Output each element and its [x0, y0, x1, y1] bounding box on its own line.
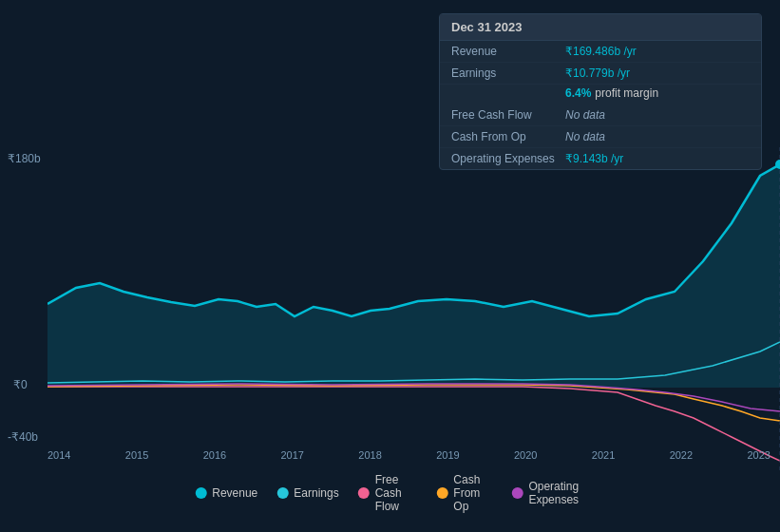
- revenue-legend-label: Revenue: [212, 486, 257, 500]
- revenue-legend-dot: [195, 487, 206, 499]
- legend-cfo[interactable]: Cash From Op: [436, 473, 492, 513]
- fcf-label: Free Cash Flow: [451, 108, 565, 122]
- x-label-2014: 2014: [48, 449, 70, 461]
- x-label-2019: 2019: [436, 449, 459, 461]
- legend-opex[interactable]: Operating Expenses: [511, 480, 584, 506]
- cfo-label: Cash From Op: [451, 130, 565, 143]
- tooltip-date: Dec 31 2023: [440, 14, 761, 41]
- y-label-zero: ₹0: [13, 378, 28, 391]
- earnings-legend-dot: [276, 487, 288, 499]
- tooltip-row-revenue: Revenue ₹169.486b /yr: [440, 41, 761, 63]
- x-label-2017: 2017: [280, 449, 303, 461]
- profit-margin-label: profit margin: [595, 86, 658, 100]
- cfo-legend-dot: [436, 487, 447, 499]
- legend-earnings[interactable]: Earnings: [276, 486, 338, 500]
- earnings-label: Earnings: [451, 66, 565, 80]
- opex-label: Operating Expenses: [451, 152, 565, 165]
- earnings-value: ₹10.779b /yr: [565, 66, 630, 80]
- tooltip-row-cfo: Cash From Op No data: [440, 126, 761, 148]
- y-label-neg: -₹40b: [8, 430, 38, 444]
- tooltip-panel: Dec 31 2023 Revenue ₹169.486b /yr Earnin…: [439, 13, 762, 170]
- x-label-2023: 2023: [747, 449, 770, 461]
- chart-legend: Revenue Earnings Free Cash Flow Cash Fro…: [195, 473, 585, 513]
- revenue-value: ₹169.486b /yr: [565, 45, 637, 58]
- opex-legend-dot: [511, 487, 523, 499]
- x-label-2015: 2015: [125, 449, 148, 461]
- cfo-legend-label: Cash From Op: [453, 473, 492, 513]
- x-label-2016: 2016: [203, 449, 226, 461]
- opex-value: ₹9.143b /yr: [565, 152, 623, 165]
- earnings-legend-label: Earnings: [294, 486, 338, 500]
- fcf-legend-dot: [358, 487, 370, 499]
- profit-margin-row: 6.4% profit margin: [440, 85, 761, 104]
- tooltip-row-opex: Operating Expenses ₹9.143b /yr: [440, 148, 761, 169]
- x-label-2022: 2022: [670, 449, 693, 461]
- fcf-legend-label: Free Cash Flow: [375, 473, 418, 513]
- fcf-value: No data: [565, 108, 605, 122]
- legend-fcf[interactable]: Free Cash Flow: [358, 473, 418, 513]
- x-label-2021: 2021: [592, 449, 615, 461]
- cfo-value: No data: [565, 130, 605, 143]
- x-label-2018: 2018: [358, 449, 381, 461]
- x-axis: 2014 2015 2016 2017 2018 2019 2020 2021 …: [48, 449, 780, 461]
- tooltip-row-fcf: Free Cash Flow No data: [440, 104, 761, 126]
- chart-svg: [48, 147, 780, 470]
- opex-legend-label: Operating Expenses: [528, 480, 584, 506]
- profit-margin-pct: 6.4%: [565, 86, 591, 100]
- legend-revenue[interactable]: Revenue: [195, 486, 257, 500]
- revenue-label: Revenue: [451, 45, 565, 58]
- x-label-2020: 2020: [514, 449, 537, 461]
- tooltip-row-earnings: Earnings ₹10.779b /yr: [440, 63, 761, 85]
- y-label-top: ₹180b: [8, 152, 41, 165]
